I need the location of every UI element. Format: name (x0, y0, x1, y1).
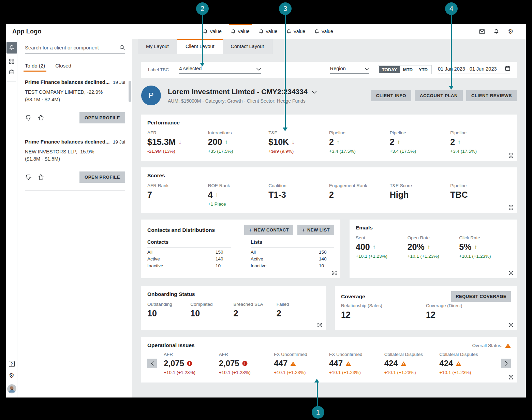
sidebar-tabs: To do (2) Closed (25, 63, 125, 72)
todo-date: 19 Jul (113, 80, 125, 85)
tab-client-layout[interactable]: Client Layout (177, 39, 223, 54)
expand-icon[interactable] (332, 270, 337, 275)
tab-contact-layout[interactable]: Contact Layout (223, 39, 273, 54)
bell-icon (9, 45, 14, 50)
expand-icon[interactable] (508, 153, 514, 158)
new-contact-button[interactable]: +NEW CONTACT (244, 225, 293, 235)
metric-open-rate: Open Rate 20%↑ +10.1 (+1.23%) (408, 235, 459, 259)
divider (25, 190, 125, 191)
carousel-prev-button[interactable] (147, 359, 157, 368)
client-reviews-button[interactable]: CLIENT REVIEWS (466, 90, 517, 101)
top-nav-label: Value (321, 29, 333, 34)
error-circle-icon (242, 361, 248, 366)
expand-icon[interactable] (508, 375, 514, 380)
todo-title: Prime Finance balances declined... (25, 79, 109, 85)
request-coverage-button[interactable]: REQUEST COVERAGE (451, 291, 511, 302)
chevron-down-icon[interactable] (312, 91, 317, 94)
main-area: My Layout Client Layout Contact Layout L… (132, 39, 526, 397)
card-title: Emails (356, 225, 511, 231)
table-row: Inactive10 (147, 261, 231, 268)
thumbs-up-icon[interactable] (37, 114, 44, 121)
card-title: Operational Issues (147, 342, 195, 348)
region-dropdown[interactable]: Region (330, 66, 369, 74)
tab-todo[interactable]: To do (2) (25, 63, 45, 72)
client-info-button[interactable]: CLIENT INFO (371, 90, 411, 101)
card-title: Onboarding Status (147, 291, 320, 297)
search-icon[interactable] (119, 45, 125, 50)
rail-portfolio-button[interactable] (9, 69, 14, 75)
metric-tae-score: T&E Score High (390, 183, 450, 207)
search-input[interactable] (25, 45, 119, 50)
client-name: Lorem Investment Limted - CMY2:234334 (168, 88, 308, 96)
scores-card: Scores AFR Rank 7 ROE Rank 4↑ +1 Place C (141, 167, 517, 213)
expand-icon[interactable] (508, 205, 514, 210)
emails-card: Emails Sent 400↑ +10.1 (+1.23%) Open Rat… (350, 220, 517, 278)
clients-dropdown[interactable]: 4 selected (179, 66, 261, 74)
app-window: App Logo Value Value Value Value Value (6, 24, 526, 397)
callout-badge-4: 4 (445, 2, 458, 15)
bell-icon[interactable] (493, 29, 499, 34)
top-nav-item-1[interactable]: Value (203, 24, 222, 39)
expand-icon[interactable] (508, 270, 514, 275)
expand-icon[interactable] (317, 322, 322, 328)
period-ytd[interactable]: YTD (416, 66, 431, 73)
top-nav: Value Value Value Value Value (203, 24, 333, 39)
coverage-card: Coverage REQUEST COVERAGE Relationship (… (335, 286, 517, 330)
open-profile-button[interactable]: OPEN PROFILE (79, 112, 125, 123)
user-avatar[interactable] (7, 384, 16, 393)
rail-dashboard-button[interactable] (9, 59, 14, 64)
bell-icon (314, 29, 319, 34)
thumbs-up-icon[interactable] (37, 174, 44, 181)
mail-icon[interactable] (479, 29, 485, 34)
card-title: Coverage (341, 294, 365, 300)
rail-notifications-button[interactable] (6, 42, 17, 54)
settings-gear-icon[interactable]: ⚙ (9, 372, 14, 379)
callout-badge-2: 2 (196, 2, 209, 15)
gear-icon[interactable]: ⚙ (508, 28, 514, 35)
client-avatar: P (141, 86, 161, 105)
top-nav-item-3[interactable]: Value (259, 24, 278, 39)
chevron-down-icon (256, 68, 261, 71)
card-title: Performance (147, 120, 511, 126)
period-mtd[interactable]: MTD (400, 66, 416, 73)
tab-closed[interactable]: Closed (55, 63, 71, 72)
client-title-row[interactable]: Lorem Investment Limted - CMY2:234334 (168, 88, 317, 96)
carousel-next-button[interactable] (501, 359, 511, 368)
metric-fx-unconfirmed: FX Unconfirmed 447 +10.1 (+1.23%) (274, 352, 329, 375)
callout-badge-3: 3 (279, 2, 292, 15)
new-list-button[interactable]: +NEW LIST (297, 225, 334, 235)
clients-dropdown-value: 4 selected (179, 66, 254, 71)
period-today[interactable]: TODAY (379, 66, 400, 73)
account-plan-button[interactable]: ACCOUNT PLAN (415, 90, 463, 101)
rail-divider (7, 81, 16, 81)
top-nav-item-2[interactable]: Value (231, 24, 250, 39)
metric-click-rate: Click Rate 5%↑ +10.1 (+1.23%) (459, 235, 511, 259)
todo-date: 19 Jul (113, 139, 125, 145)
top-nav-item-4[interactable]: Value (286, 24, 305, 39)
top-nav-item-5[interactable]: Value (314, 24, 333, 39)
date-range-value: 01 Jan 2023 - 01 Jun 2023 (438, 66, 502, 72)
chevron-down-icon (365, 68, 369, 71)
metric-pipeline-score: Pipeline TBC (450, 183, 511, 207)
date-range-field[interactable]: 01 Jan 2023 - 01 Jun 2023 (438, 66, 510, 74)
down-arrow-icon: ↓ (292, 139, 295, 146)
metric-failed: Failed 2 (277, 302, 320, 318)
table-row: All150 (147, 248, 231, 255)
tab-my-layout[interactable]: My Layout (138, 39, 177, 54)
up-arrow-icon: ↑ (373, 244, 376, 251)
scrollbar-thumb[interactable] (129, 81, 131, 102)
thumbs-down-icon[interactable] (25, 174, 32, 181)
metric-collateral-disputes: Collateral Disputes 424 +10.1 (+1.23%) (439, 352, 494, 375)
onboarding-card: Onboarding Status Outstanding 10 Complet… (141, 286, 326, 330)
expand-icon[interactable] (508, 322, 514, 328)
metric-pipeline: Pipeline 2↑ +3.4 (17.5%) (450, 130, 511, 154)
help-icon[interactable]: ? (9, 361, 15, 367)
filter-bar: Label TBC 4 selected Region TODAY MTD YT… (141, 62, 517, 78)
briefcase-icon (9, 69, 14, 75)
filter-label: Label TBC (148, 67, 169, 72)
top-nav-label: Value (210, 29, 222, 34)
open-profile-button[interactable]: OPEN PROFILE (79, 171, 125, 183)
todo-card: Prime Finance balances declined... 19 Ju… (25, 72, 125, 131)
card-title: Scores (147, 172, 511, 179)
thumbs-down-icon[interactable] (25, 114, 32, 121)
